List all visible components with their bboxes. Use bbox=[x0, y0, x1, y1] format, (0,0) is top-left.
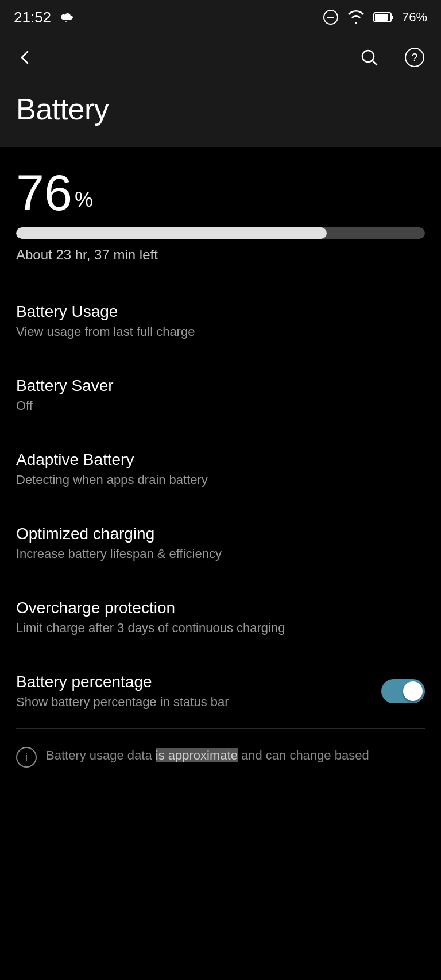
battery-percent-status: 76% bbox=[402, 10, 427, 25]
battery-percent-number: 76 % bbox=[16, 168, 425, 218]
status-time: 21:52 bbox=[14, 9, 51, 26]
battery-percentage-toggle[interactable] bbox=[381, 679, 425, 703]
toolbar-right: ? bbox=[355, 42, 430, 72]
battery-usage-subtitle: View usage from last full charge bbox=[16, 324, 425, 339]
do-not-disturb-icon bbox=[323, 9, 339, 25]
info-icon: i bbox=[16, 747, 37, 768]
info-text-before: Battery usage data bbox=[46, 748, 156, 762]
battery-percentage-item[interactable]: Battery percentage Show battery percenta… bbox=[16, 654, 425, 728]
help-button[interactable]: ? bbox=[400, 42, 430, 72]
toggle-knob bbox=[403, 681, 423, 701]
battery-percentage-display: 76 % bbox=[16, 168, 425, 218]
adaptive-battery-subtitle: Detecting when apps drain battery bbox=[16, 472, 425, 487]
info-text: Battery usage data is approximate and ca… bbox=[46, 746, 369, 765]
wifi-icon bbox=[347, 9, 365, 25]
battery-saver-content: Battery Saver Off bbox=[16, 377, 425, 413]
battery-percent-symbol: % bbox=[75, 189, 93, 210]
adaptive-battery-title: Adaptive Battery bbox=[16, 451, 425, 469]
overcharge-protection-item[interactable]: Overcharge protection Limit charge after… bbox=[16, 580, 425, 654]
battery-percentage-content: Battery percentage Show battery percenta… bbox=[16, 673, 370, 710]
cloud-sync-icon bbox=[58, 11, 74, 24]
optimized-charging-subtitle: Increase battery lifespan & efficiency bbox=[16, 547, 425, 561]
content-section: 76 % About 23 hr, 37 min left Battery Us… bbox=[0, 147, 441, 779]
battery-percentage-subtitle: Show battery percentage in status bar bbox=[16, 695, 370, 710]
status-bar-left: 21:52 bbox=[14, 9, 74, 26]
overcharge-protection-title: Overcharge protection bbox=[16, 599, 425, 617]
battery-percentage-title: Battery percentage bbox=[16, 673, 370, 691]
battery-usage-title: Battery Usage bbox=[16, 303, 425, 321]
page-title-section: Battery bbox=[0, 80, 441, 147]
info-text-after: and can change based bbox=[238, 748, 369, 762]
battery-progress-bar bbox=[16, 227, 425, 239]
adaptive-battery-item[interactable]: Adaptive Battery Detecting when apps dra… bbox=[16, 432, 425, 506]
svg-text:?: ? bbox=[411, 51, 417, 64]
info-highlight: is approximate bbox=[156, 748, 238, 762]
svg-rect-3 bbox=[375, 14, 388, 21]
optimized-charging-title: Optimized charging bbox=[16, 525, 425, 543]
overcharge-protection-content: Overcharge protection Limit charge after… bbox=[16, 599, 425, 636]
page-title: Battery bbox=[16, 92, 425, 126]
svg-rect-4 bbox=[391, 16, 393, 19]
battery-saver-item[interactable]: Battery Saver Off bbox=[16, 358, 425, 432]
adaptive-battery-content: Adaptive Battery Detecting when apps dra… bbox=[16, 451, 425, 487]
status-bar: 21:52 76% bbox=[0, 0, 441, 34]
toolbar: ? bbox=[0, 34, 441, 80]
status-bar-right: 76% bbox=[323, 9, 427, 25]
battery-usage-item[interactable]: Battery Usage View usage from last full … bbox=[16, 284, 425, 358]
info-icon-letter: i bbox=[25, 751, 28, 764]
battery-saver-title: Battery Saver bbox=[16, 377, 425, 395]
svg-line-6 bbox=[372, 60, 377, 65]
battery-saver-subtitle: Off bbox=[16, 398, 425, 413]
search-button[interactable] bbox=[355, 43, 384, 72]
battery-time-left: About 23 hr, 37 min left bbox=[16, 247, 425, 263]
info-section: i Battery usage data is approximate and … bbox=[16, 729, 425, 779]
battery-progress-fill bbox=[16, 227, 327, 239]
battery-status-icon bbox=[373, 10, 394, 24]
battery-usage-content: Battery Usage View usage from last full … bbox=[16, 303, 425, 339]
back-button[interactable] bbox=[11, 44, 39, 71]
optimized-charging-item[interactable]: Optimized charging Increase battery life… bbox=[16, 506, 425, 580]
optimized-charging-content: Optimized charging Increase battery life… bbox=[16, 525, 425, 561]
battery-number: 76 bbox=[16, 168, 72, 218]
overcharge-protection-subtitle: Limit charge after 3 days of continuous … bbox=[16, 621, 425, 636]
